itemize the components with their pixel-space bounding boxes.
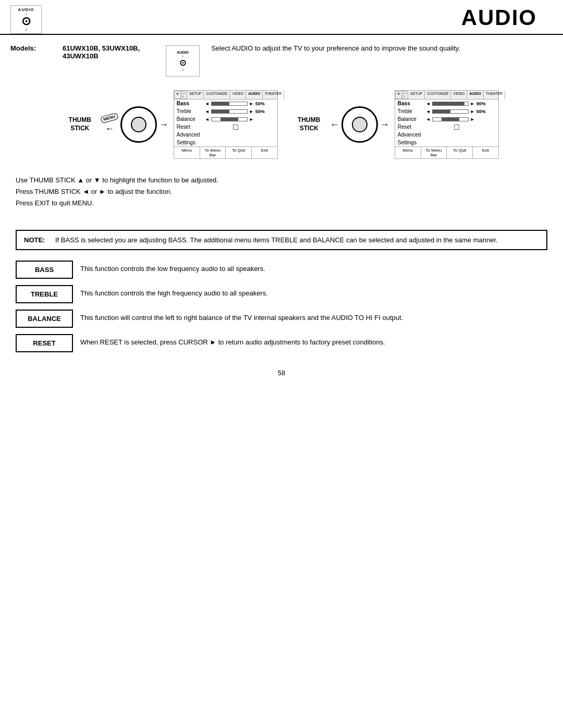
instruction-1: Use THUMB STICK ▲ or ▼ to highlight the … [16, 175, 547, 186]
header-joystick-icon: ⊙ [21, 16, 31, 27]
thumb-stick-label-left: THUMBSTICK [64, 116, 95, 132]
instruction-2: Press THUMB STICK ◄ or ► to adjust the f… [16, 186, 547, 198]
function-label-reset: RESET [16, 334, 73, 352]
note-text: If BASS is selected you are adjusting BA… [55, 236, 498, 244]
menu-row-treble-right: Treble ◄ ► 50% [395, 107, 498, 115]
menu-tab-audio: AUDIO [246, 91, 263, 99]
joystick-inner-left [131, 117, 146, 132]
header-audio-label: AUDIO [18, 7, 34, 12]
menu-row-advanced-right: Advanced [395, 131, 498, 139]
audio-icon-small: AUDIO ♪ ⊙ ♪ [166, 45, 200, 77]
menu-row-treble-left: Treble ◄ ► 50% [174, 107, 277, 115]
function-label-treble: TREBLE [16, 285, 73, 303]
page-number: 58 [0, 359, 563, 387]
function-desc-bass: This function controls the low frequency… [73, 261, 547, 277]
menu-row-reset-left: Reset [174, 123, 277, 131]
diagrams-section: THUMBSTICK MENU ← → ⚙ ○○○ SETUP [0, 80, 563, 169]
note-box: NOTE: If BASS is selected you are adjust… [16, 230, 547, 250]
models-label: Models: [10, 44, 47, 52]
menu-row-bass-left: Bass ◄ ► 50% [174, 100, 277, 107]
instructions-section: Use THUMB STICK ▲ or ▼ to highlight the … [0, 169, 563, 219]
models-description: Select AUDIO to adjust the TV to your pr… [206, 44, 460, 52]
menu-row-bass-right: Bass ◄ ► 90% [395, 100, 498, 107]
diagram-right: THUMBSTICK ← → ⚙ ○○○ SETUP CUSTOMIZE VID… [293, 90, 499, 159]
page-title: AUDIO [461, 5, 553, 32]
arrow-right-left: → [159, 119, 168, 130]
function-desc-treble: This function controls the high frequenc… [73, 285, 547, 301]
menu-row-advanced-left: Advanced [174, 131, 277, 139]
function-label-balance: BALANCE [16, 310, 73, 328]
models-section: Models: 61UWX10B, 53UWX10B, 43UWX10B AUD… [0, 39, 563, 80]
header-icon-box: AUDIO ♪ ⊙ ♪ [10, 5, 42, 34]
menu-screen-right: ⚙ ○○○ SETUP CUSTOMIZE VIDEO AUDIO THEATE… [395, 90, 499, 159]
joystick-inner-right [352, 117, 368, 132]
menu-row-balance-right: Balance ◄ ► [395, 115, 498, 123]
menu-tabs-left: ⚙ ○○○ SETUP CUSTOMIZE VIDEO AUDIO THEATE… [174, 91, 277, 100]
menu-row-settings-right: Settings [395, 139, 498, 146]
menu-tab-video: VIDEO [230, 91, 246, 99]
function-row-treble: TREBLE This function controls the high f… [16, 285, 547, 303]
menu-footer-left: Menu To Menu Bar To Quit Exit [174, 146, 277, 158]
menu-tab-setup: SETUP [187, 91, 204, 99]
menu-tab-audio-r: AUDIO [467, 91, 484, 99]
menu-tab-theater: THEATER [263, 91, 284, 99]
models-values-2: 43UWX10B [63, 52, 140, 60]
menu-tab-theater-r: THEATER [484, 91, 505, 99]
menu-row-balance-left: Balance ◄ ► [174, 115, 277, 123]
function-desc-balance: This function will control the left to r… [73, 310, 547, 326]
menu-screen-left: ⚙ ○○○ SETUP CUSTOMIZE VIDEO AUDIO THEATE… [174, 90, 278, 159]
joystick-left [120, 106, 157, 143]
diagram-left: THUMBSTICK MENU ← → ⚙ ○○○ SETUP [64, 90, 278, 159]
arrow-right-right: → [380, 119, 389, 130]
instruction-3: Press EXIT to quit MENU. [16, 198, 547, 209]
menu-footer-right: Menu To Menu Bar To Quit Exit [395, 146, 498, 158]
menu-tab-customize-r: CUSTOMIZE [425, 91, 451, 99]
models-values: 61UWX10B, 53UWX10B, [63, 44, 140, 52]
menu-row-reset-right: Reset [395, 123, 498, 131]
arrow-left-right: ← [330, 119, 339, 130]
function-desc-reset: When RESET is selected, press CURSOR ► t… [73, 334, 547, 350]
menu-curve-label-left: MENU [100, 113, 119, 124]
function-label-bass: BASS [16, 261, 73, 279]
function-row-reset: RESET When RESET is selected, press CURS… [16, 334, 547, 352]
joystick-right [341, 106, 378, 143]
menu-tabs-right: ⚙ ○○○ SETUP CUSTOMIZE VIDEO AUDIO THEATE… [395, 91, 498, 100]
menu-tab-setup-r: SETUP [408, 91, 425, 99]
function-row-bass: BASS This function controls the low freq… [16, 261, 547, 279]
function-row-balance: BALANCE This function will control the l… [16, 310, 547, 328]
arrow-left-left: ← [105, 124, 114, 134]
thumb-stick-label-right: THUMBSTICK [293, 116, 325, 132]
page-header: AUDIO ♪ ⊙ ♪ AUDIO [0, 0, 563, 35]
menu-row-settings-left: Settings [174, 139, 277, 146]
menu-tab-video-r: VIDEO [451, 91, 467, 99]
menu-tab-customize: CUSTOMIZE [204, 91, 230, 99]
note-label: NOTE: [24, 236, 50, 244]
